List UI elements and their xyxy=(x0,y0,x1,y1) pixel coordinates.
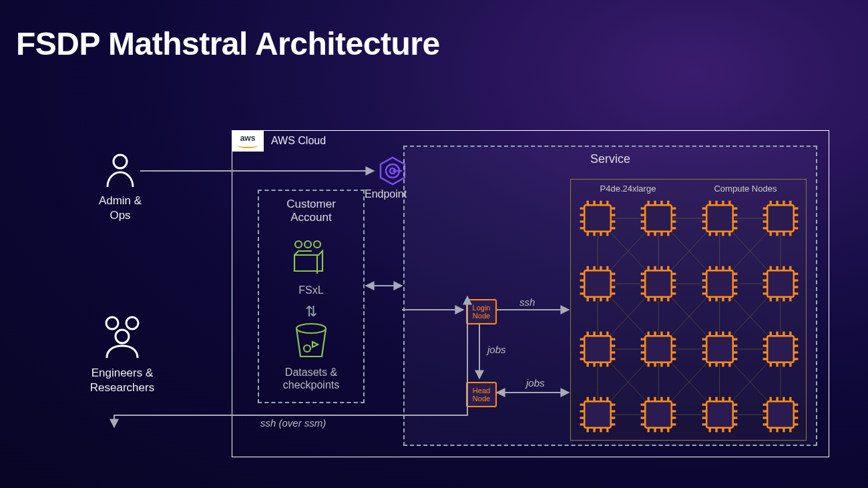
compute-chip-icon xyxy=(640,330,677,368)
svg-rect-226 xyxy=(708,332,710,336)
svg-rect-179 xyxy=(776,266,778,271)
svg-rect-98 xyxy=(722,201,724,206)
chip-grid xyxy=(579,200,798,432)
svg-rect-239 xyxy=(728,362,730,367)
svg-rect-160 xyxy=(702,273,706,275)
svg-rect-139 xyxy=(611,292,616,294)
svg-rect-149 xyxy=(661,266,663,271)
svg-rect-213 xyxy=(654,332,656,336)
compute-chip-icon xyxy=(579,200,616,237)
svg-rect-156 xyxy=(672,292,676,294)
svg-rect-64 xyxy=(600,201,602,206)
svg-rect-273 xyxy=(606,428,608,433)
svg-rect-283 xyxy=(641,410,646,412)
svg-rect-325 xyxy=(763,423,768,425)
svg-rect-288 xyxy=(672,417,676,419)
svg-rect-125 xyxy=(587,297,589,302)
svg-rect-109 xyxy=(763,208,768,210)
aws-logo-text: aws xyxy=(240,134,256,142)
edge-ssh: ssh xyxy=(519,296,535,308)
svg-rect-132 xyxy=(600,266,602,271)
svg-rect-94 xyxy=(715,201,717,206)
svg-rect-277 xyxy=(648,397,650,402)
svg-rect-205 xyxy=(606,362,608,367)
svg-rect-80 xyxy=(672,214,676,216)
svg-rect-254 xyxy=(794,351,799,353)
svg-rect-207 xyxy=(611,358,616,360)
svg-point-2 xyxy=(126,317,138,329)
svg-rect-97 xyxy=(732,214,737,216)
svg-rect-79 xyxy=(641,214,646,216)
svg-rect-107 xyxy=(770,201,772,206)
svg-rect-194 xyxy=(580,338,585,340)
svg-rect-246 xyxy=(794,338,799,340)
svg-rect-67 xyxy=(611,220,616,222)
edge-jobs-down: jobs xyxy=(487,344,506,355)
endpoint-label: Endpoint xyxy=(365,188,407,200)
svg-rect-308 xyxy=(702,423,706,425)
svg-rect-199 xyxy=(611,344,616,346)
svg-rect-275 xyxy=(611,423,616,425)
svg-rect-68 xyxy=(606,201,608,206)
svg-rect-220 xyxy=(672,351,676,353)
svg-rect-250 xyxy=(794,344,799,346)
compute-chip-icon xyxy=(701,330,738,368)
svg-rect-280 xyxy=(672,404,676,406)
svg-rect-267 xyxy=(611,410,616,412)
svg-rect-303 xyxy=(722,428,724,433)
svg-rect-184 xyxy=(783,297,785,302)
svg-rect-148 xyxy=(672,279,676,281)
svg-rect-219 xyxy=(641,351,646,353)
svg-rect-222 xyxy=(668,362,670,367)
svg-rect-244 xyxy=(770,362,772,367)
svg-rect-81 xyxy=(661,201,663,206)
svg-rect-165 xyxy=(732,279,737,281)
svg-rect-310 xyxy=(767,401,794,428)
svg-rect-120 xyxy=(789,232,791,236)
svg-rect-129 xyxy=(593,297,595,302)
svg-rect-208 xyxy=(646,336,672,362)
svg-rect-138 xyxy=(580,292,585,294)
svg-rect-284 xyxy=(672,410,676,412)
svg-rect-265 xyxy=(593,428,595,433)
head-node-label: HeadNode xyxy=(473,387,490,403)
svg-rect-315 xyxy=(776,397,778,402)
svg-rect-112 xyxy=(776,232,778,236)
svg-rect-215 xyxy=(641,344,646,346)
svg-rect-96 xyxy=(702,214,706,216)
svg-rect-292 xyxy=(672,423,676,425)
svg-rect-144 xyxy=(672,273,676,275)
compute-nodes-label: Compute Nodes xyxy=(714,184,777,194)
svg-rect-176 xyxy=(770,297,772,302)
svg-rect-84 xyxy=(672,220,676,222)
svg-rect-189 xyxy=(763,292,768,294)
svg-rect-135 xyxy=(611,286,616,288)
svg-rect-75 xyxy=(641,208,646,210)
compute-chip-icon xyxy=(640,396,677,433)
svg-rect-153 xyxy=(668,266,670,271)
updown-arrow-icon: ⇅ xyxy=(305,303,317,320)
svg-rect-102 xyxy=(728,201,730,206)
actor-engineers: Engineers &Researchers xyxy=(72,314,172,395)
svg-rect-210 xyxy=(648,362,650,367)
edge-jobs-right: jobs xyxy=(526,377,545,389)
svg-rect-243 xyxy=(770,332,772,336)
svg-rect-116 xyxy=(783,232,785,236)
svg-rect-157 xyxy=(706,270,733,297)
svg-rect-114 xyxy=(794,214,799,216)
svg-rect-235 xyxy=(722,362,724,367)
svg-rect-268 xyxy=(600,397,602,402)
svg-rect-101 xyxy=(732,220,737,222)
svg-rect-290 xyxy=(668,428,670,433)
svg-rect-99 xyxy=(722,232,724,236)
svg-rect-256 xyxy=(789,362,791,367)
svg-rect-100 xyxy=(702,220,706,222)
svg-rect-82 xyxy=(661,232,663,236)
svg-rect-323 xyxy=(789,397,791,402)
svg-rect-128 xyxy=(593,266,595,271)
svg-rect-200 xyxy=(600,332,602,336)
svg-rect-93 xyxy=(732,208,737,210)
svg-rect-56 xyxy=(587,201,589,206)
svg-rect-321 xyxy=(763,417,768,419)
compute-chip-icon xyxy=(762,265,799,302)
